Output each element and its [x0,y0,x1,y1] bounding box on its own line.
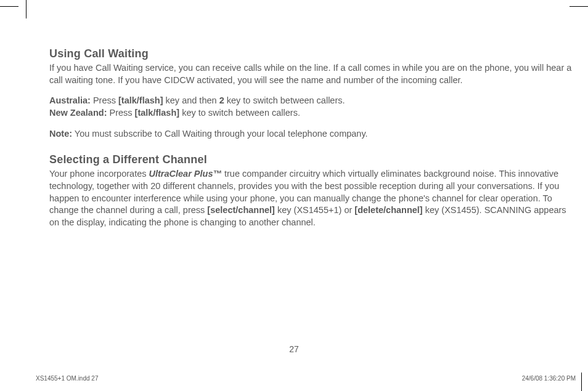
text: key to switch between callers. [179,108,300,118]
key-talk-flash: [talk/flash] [118,95,163,105]
text: key (XS1455+1) or [275,205,354,215]
text: You must subscribe to Call Waiting throu… [72,129,368,139]
paragraph-australia: Australia: Press [talk/flash] key and th… [49,95,577,107]
crop-mark [581,373,582,391]
footer-filename: XS1455+1 OM.indd 27 [36,375,98,382]
text: Your phone incorporates [49,169,149,179]
heading-selecting-channel: Selecting a Different Channel [49,152,577,167]
heading-call-waiting: Using Call Waiting [49,46,577,61]
text: Press [91,95,118,105]
footer: XS1455+1 OM.indd 27 24/6/08 1:36:20 PM [36,375,576,382]
text: Press [107,108,134,118]
document-page: Using Call Waiting If you have Call Wait… [0,0,588,391]
paragraph-note: Note: You must subscribe to Call Waiting… [49,128,577,140]
crop-mark [0,6,18,7]
crop-mark [26,0,27,18]
paragraph-new-zealand: New Zealand: Press [talk/flash] key to s… [49,107,577,119]
label-new-zealand: New Zealand: [49,108,107,118]
label-note: Note: [49,129,72,139]
paragraph-channel: Your phone incorporates UltraClear Plus™… [49,168,577,228]
key-select-channel: [select/channel] [207,205,275,215]
page-content: Using Call Waiting If you have Call Wait… [49,46,577,228]
label-australia: Australia: [49,95,91,105]
footer-timestamp: 24/6/08 1:36:20 PM [522,375,576,382]
paragraph-intro: If you have Call Waiting service, you ca… [49,62,577,86]
page-number: 27 [0,344,588,354]
text: key and then [163,95,219,105]
key-talk-flash: [talk/flash] [135,108,180,118]
product-name: UltraClear Plus™ [149,169,222,179]
key-2: 2 [219,95,224,105]
key-delete-channel: [delete/channel] [354,205,422,215]
crop-mark [570,6,588,7]
text: key to switch between callers. [224,95,345,105]
